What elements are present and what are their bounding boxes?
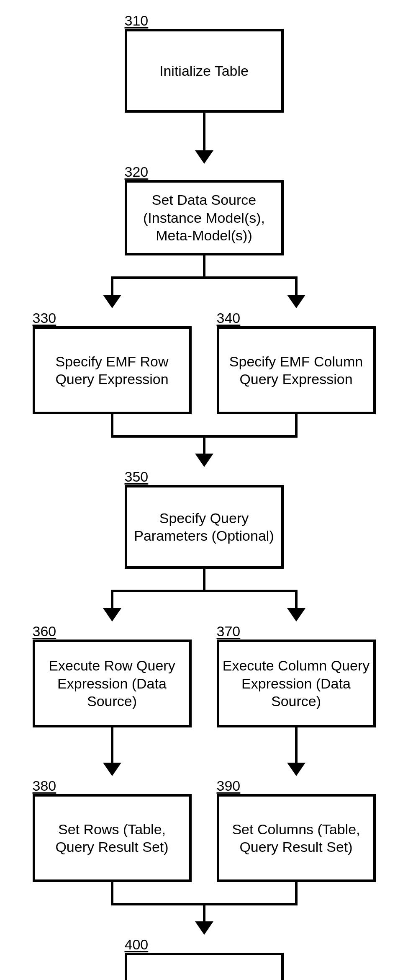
arrowhead-down-icon	[195, 921, 213, 935]
node-box: Set Data Source (Instance Model(s), Meta…	[125, 180, 284, 255]
node-text: Set Data Source (Instance Model(s), Meta…	[131, 191, 278, 245]
node-label: 310	[125, 13, 284, 29]
node-text: Set Columns (Table, Query Result Set)	[223, 820, 370, 856]
split-320	[33, 255, 376, 310]
arrows-360-380-370-390	[33, 727, 376, 778]
node-label: 320	[125, 164, 284, 180]
node-text: Set Rows (Table, Query Result Set)	[38, 820, 186, 856]
node-text: Specify EMF Column Query Expression	[223, 353, 370, 388]
arrowhead-down-icon	[287, 763, 305, 776]
merge-400	[33, 882, 376, 936]
node-label: 370	[217, 623, 376, 640]
arrowhead-down-icon	[287, 608, 305, 622]
node-380: 380 Set Rows (Table, Query Result Set)	[33, 778, 192, 882]
node-box: Execute Row Query Expression (Data Sourc…	[33, 640, 192, 727]
node-box: Specify EMF Column Query Expression	[217, 326, 376, 414]
arrow-310-320	[33, 113, 376, 164]
flowchart: 310 Initialize Table 320 Set Data Source…	[33, 13, 376, 980]
node-text: Specify EMF Row Query Expression	[38, 353, 186, 388]
arrowhead-down-icon	[103, 608, 121, 622]
node-label: 350	[125, 469, 284, 485]
node-390: 390 Set Columns (Table, Query Result Set…	[217, 778, 376, 882]
node-box: Initialize Table	[125, 29, 284, 113]
node-box: Set Columns (Table, Query Result Set)	[217, 794, 376, 882]
node-350: 350 Specify Query Parameters (Optional)	[125, 469, 284, 569]
node-box: Specify Query Parameters (Optional)	[125, 485, 284, 569]
arrowhead-down-icon	[103, 763, 121, 776]
node-label: 340	[217, 310, 376, 326]
node-box: Specify EMF Row Query Expression	[33, 326, 192, 414]
node-box: Set Rows (Table, Query Result Set)	[33, 794, 192, 882]
node-label: 330	[33, 310, 192, 326]
node-label: 380	[33, 778, 192, 794]
merge-350	[33, 414, 376, 469]
node-330: 330 Specify EMF Row Query Expression	[33, 310, 192, 414]
node-label: 400	[125, 936, 284, 953]
split-350	[33, 569, 376, 623]
node-label: 390	[217, 778, 376, 794]
arrowhead-down-icon	[103, 295, 121, 308]
node-370: 370 Execute Column Query Expression (Dat…	[217, 623, 376, 727]
arrowhead-down-icon	[195, 150, 213, 164]
node-text: Execute Column Query Expression (Data So…	[223, 657, 370, 710]
arrowhead-down-icon	[287, 295, 305, 308]
node-310: 310 Initialize Table	[125, 13, 284, 113]
node-text: Specify Query Parameters (Optional)	[131, 509, 278, 545]
node-box: Execute Column Query Expression (Data So…	[217, 640, 376, 727]
node-320: 320 Set Data Source (Instance Model(s), …	[125, 164, 284, 255]
node-400: 400 Close Database	[125, 936, 284, 980]
node-label: 360	[33, 623, 192, 640]
arrowhead-down-icon	[195, 454, 213, 467]
node-360: 360 Execute Row Query Expression (Data S…	[33, 623, 192, 727]
node-340: 340 Specify EMF Column Query Expression	[217, 310, 376, 414]
node-text: Execute Row Query Expression (Data Sourc…	[38, 657, 186, 710]
node-box: Close Database	[125, 953, 284, 980]
node-text: Initialize Table	[159, 62, 249, 80]
